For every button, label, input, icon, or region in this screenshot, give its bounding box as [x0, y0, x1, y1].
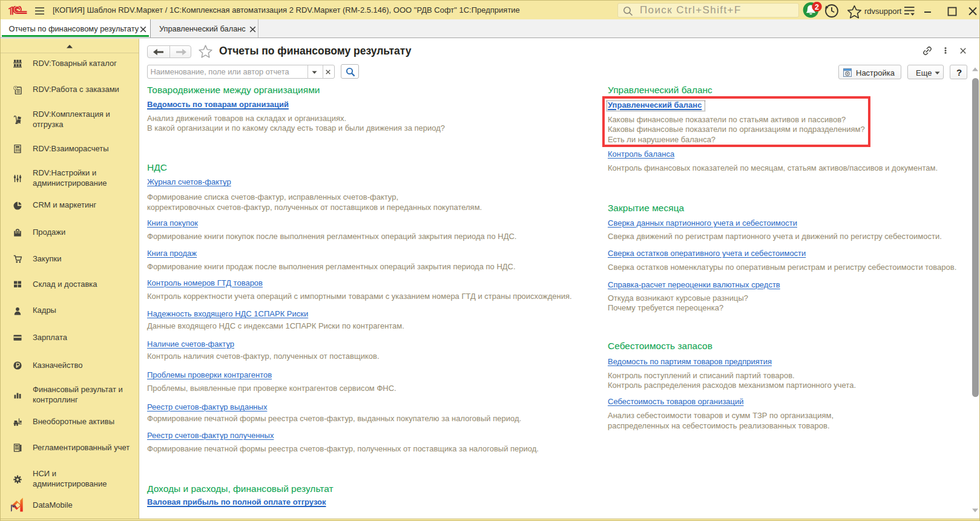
svg-text:2: 2: [815, 3, 819, 11]
